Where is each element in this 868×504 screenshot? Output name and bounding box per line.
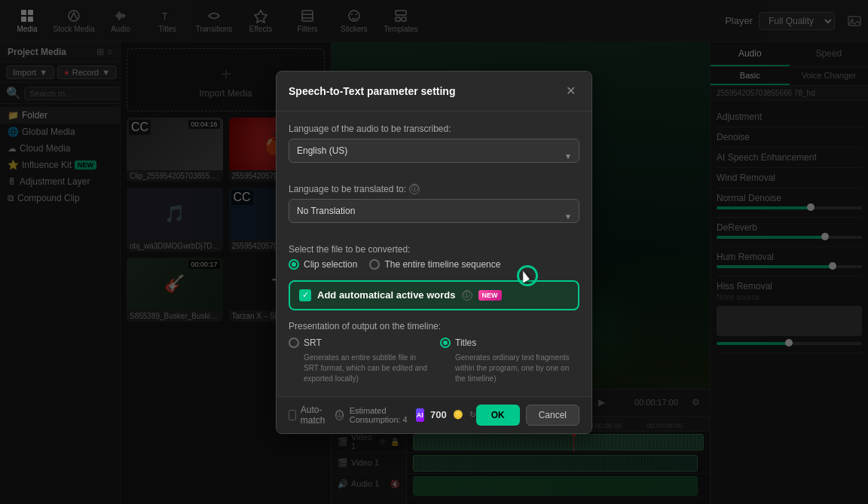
refresh-icon[interactable]: ↻ [469,410,476,420]
auto-words-label: Add automatical active words [317,289,456,301]
translate-info-icon[interactable]: ⓘ [409,184,420,194]
radio-clip-circle [289,259,299,270]
modal-footer: Auto-match ⓘ Estimated Consumption: 4 AI… [277,396,591,433]
auto-words-row: ✓ Add automatical active words ⓘ NEW [289,280,579,310]
translate-select[interactable]: No Translation Spanish French [289,199,579,223]
radio-clip-selection[interactable]: Clip selection [289,259,357,270]
radio-srt-circle [289,338,299,348]
auto-words-checkbox[interactable]: ✓ [299,289,311,301]
speech-to-text-modal: Speech-to-Text parameter setting ✕ Langu… [276,71,592,434]
auto-words-new-badge: NEW [478,290,502,301]
modal-close-button[interactable]: ✕ [561,82,579,100]
lang-select-wrapper: English (US) English (UK) Spanish [289,139,579,173]
modal-body: Language of the audio to be transcribed:… [277,111,591,396]
auto-match-row: Auto-match ⓘ [289,405,344,426]
radio-titles[interactable]: Titles [440,338,579,348]
modal-overlay: Speech-to-Text parameter setting ✕ Langu… [0,0,868,504]
modal-header: Speech-to-Text parameter setting ✕ [277,72,591,111]
convert-label: Select the file to be converted: [289,244,579,255]
credit-count: 700 [430,409,447,420]
auto-match-info-icon[interactable]: ⓘ [335,410,344,420]
modal-title: Speech-to-Text parameter setting [289,85,455,97]
footer-right: OK Cancel [476,405,579,426]
auto-match-checkbox[interactable] [289,410,296,420]
ok-button[interactable]: OK [476,405,520,426]
ai-icon: AI [416,408,424,422]
output-titles: Titles Generates ordinary text fragments… [440,338,579,384]
lang-label: Language of the audio to be transcribed: [289,124,579,134]
auto-words-info-icon[interactable]: ⓘ [462,290,472,301]
srt-desc: Generates an entire subtitle file in SRT… [289,353,428,384]
convert-radio-group: Clip selection The entire timeline seque… [289,259,579,270]
radio-srt[interactable]: SRT [289,338,428,348]
radio-titles-circle [440,338,451,348]
output-srt: SRT Generates an entire subtitle file in… [289,338,428,384]
radio-timeline-circle [369,259,380,270]
lang-select[interactable]: English (US) English (UK) Spanish [289,139,579,163]
presentation-label: Presentation of output on the timeline: [289,321,579,331]
estimated-label: Estimated Consumption: 4 [350,406,410,424]
translate-label: Language to be translated to: [289,184,406,194]
footer-left: Auto-match ⓘ Estimated Consumption: 4 AI… [289,405,476,426]
credit-icon: 🪙 [453,410,463,420]
titles-desc: Generates ordinary text fragments within… [440,353,579,384]
translate-label-row: Language to be translated to: ⓘ [289,184,579,194]
radio-timeline-sequence[interactable]: The entire timeline sequence [369,259,500,270]
cancel-button[interactable]: Cancel [526,405,579,426]
output-options: SRT Generates an entire subtitle file in… [289,338,579,384]
translate-select-wrapper: No Translation Spanish French [289,199,579,234]
